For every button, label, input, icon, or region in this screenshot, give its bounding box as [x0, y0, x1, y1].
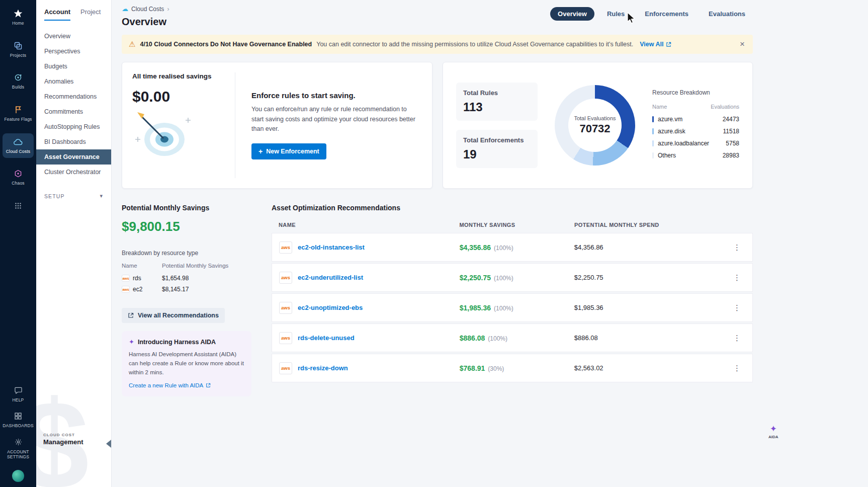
- sidebar-item-commitments[interactable]: Commitments: [36, 104, 111, 119]
- aws-icon: aws: [122, 286, 130, 293]
- table-row: aws ec2-old-instances-list $4,356.86(100…: [272, 233, 753, 262]
- aida-promo-card: ✦ Introducing Harness AIDA Harness AI De…: [122, 331, 251, 396]
- realised-savings-amount: $0.00: [132, 88, 233, 105]
- aida-sparkle-icon: ✦: [129, 338, 134, 346]
- nav-account-settings[interactable]: ACCOUNT SETTINGS: [3, 435, 34, 463]
- nav-builds-label: Builds: [12, 85, 24, 90]
- module-footer-kicker: CLOUD COST: [43, 433, 83, 437]
- tab-rules[interactable]: Rules: [599, 7, 632, 21]
- sidebar-item-recommendations[interactable]: Recommendations: [36, 89, 111, 104]
- total-rules-label: Total Rules: [463, 89, 531, 97]
- user-avatar[interactable]: [12, 470, 24, 482]
- recommendation-link[interactable]: ec2-old-instances-list: [298, 244, 365, 251]
- sidebar-item-anomalies[interactable]: Anomalies: [36, 74, 111, 89]
- total-enforcements-label: Total Enforcements: [463, 136, 531, 144]
- aida-fab-label: AIDA: [768, 435, 778, 439]
- sidebar-item-asset-governance[interactable]: Asset Governance: [36, 149, 111, 165]
- aws-icon: aws: [279, 241, 292, 254]
- nav-builds[interactable]: Builds: [3, 69, 34, 94]
- projects-icon: [14, 41, 22, 50]
- sidebar-item-perspectives[interactable]: Perspectives: [36, 44, 111, 59]
- donut-value: 70732: [579, 122, 610, 135]
- external-link-icon: [128, 312, 134, 318]
- nav-dashboards[interactable]: DASHBOARDS: [3, 409, 34, 432]
- feature-flags-icon: [15, 105, 22, 114]
- warning-icon: ⚠: [129, 40, 135, 49]
- potential-savings-panel: Potential Monthly Savings $9,800.15 Brea…: [122, 204, 251, 396]
- recommendation-link[interactable]: rds-resize-down: [298, 364, 348, 372]
- nav-chaos[interactable]: Chaos: [3, 165, 34, 190]
- aida-fab[interactable]: ✦ AIDA: [768, 425, 778, 439]
- page-tabs: Overview Rules Enforcements Evaluations: [550, 7, 753, 21]
- chaos-icon: [14, 169, 22, 178]
- cloud-costs-icon: [14, 137, 23, 146]
- breadcrumb-cloud-costs[interactable]: Cloud Costs: [131, 6, 164, 13]
- tab-overview[interactable]: Overview: [550, 7, 594, 21]
- resource-breakdown: Resource Breakdown Name Evaluations azur…: [652, 89, 739, 161]
- sidebar-item-cluster-orchestrator[interactable]: Cluster Orchestrator: [36, 165, 111, 180]
- tab-project[interactable]: Project: [80, 8, 101, 21]
- view-all-recommendations-button[interactable]: View all Recommendations: [122, 308, 225, 323]
- tab-account[interactable]: Account: [44, 8, 70, 21]
- new-enforcement-button[interactable]: + New Enforcement: [251, 143, 326, 159]
- module-nav: Home Projects Builds Feature Flags Cloud…: [0, 0, 36, 487]
- nav-home[interactable]: Home: [3, 5, 34, 30]
- breakdown-col-name: Name: [652, 104, 667, 110]
- potential-breakdown-label: Breakdown by resource type: [122, 250, 251, 257]
- nav-help[interactable]: HELP: [3, 383, 34, 406]
- table-row: aws rds-delete-unused $886.08(100%) $886…: [272, 323, 753, 352]
- sidebar-collapse-handle[interactable]: [106, 440, 111, 448]
- nav-projects-label: Projects: [10, 53, 26, 58]
- recommendation-link[interactable]: ec2-underutilized-list: [298, 274, 363, 281]
- module-switcher[interactable]: [3, 197, 34, 214]
- col-potential-spend: POTENTIAL MONTHLY SPEND: [574, 222, 701, 228]
- sidebar-item-budgets[interactable]: Budgets: [36, 59, 111, 74]
- nav-cloud-costs-label: Cloud Costs: [6, 149, 31, 154]
- view-all-link[interactable]: View All: [640, 41, 671, 48]
- page-header: ☁ Cloud Costs › Overview Overview Rules …: [122, 5, 753, 28]
- donut-label: Total Evaluations: [574, 115, 616, 121]
- nav-projects[interactable]: Projects: [3, 37, 34, 62]
- create-rule-with-aida-link[interactable]: Create a new Rule with AIDA: [129, 382, 211, 388]
- nav-feature-flags[interactable]: Feature Flags: [3, 101, 34, 126]
- nav-feature-flags-label: Feature Flags: [4, 117, 32, 122]
- banner-title: 4/10 Cloud Connectors Do Not Have Govern…: [140, 41, 312, 48]
- row-menu-icon[interactable]: ⋮: [729, 301, 745, 314]
- row-menu-icon[interactable]: ⋮: [729, 332, 745, 345]
- app-root: Home Projects Builds Feature Flags Cloud…: [0, 0, 868, 487]
- cloud-icon: ☁: [122, 5, 128, 13]
- table-row: aws rds-resize-down $768.91(30%) $2,563.…: [272, 354, 753, 382]
- sidebar-item-bi-dashboards[interactable]: BI Dashboards: [36, 134, 111, 149]
- potential-savings-title: Potential Monthly Savings: [122, 204, 251, 212]
- builds-icon: [14, 73, 22, 82]
- module-footer-name: Management: [43, 438, 83, 446]
- close-icon[interactable]: ×: [739, 39, 746, 49]
- evaluations-donut: Total Evaluations 70732: [555, 85, 635, 166]
- dashboards-icon: [15, 412, 22, 421]
- recommendations-header: NAME MONTHLY SAVINGS POTENTIAL MONTHLY S…: [272, 222, 753, 228]
- chat-bubble-icon: [15, 386, 22, 395]
- recommendation-link[interactable]: rds-delete-unused: [298, 334, 355, 342]
- external-link-icon: [666, 42, 671, 47]
- recommendation-link[interactable]: ec2-unoptimized-ebs: [298, 304, 363, 311]
- enforce-title: Enforce rules to start saving.: [251, 91, 418, 100]
- plus-icon: +: [258, 147, 263, 155]
- legend-swatch: [652, 116, 654, 122]
- row-menu-icon[interactable]: ⋮: [729, 241, 745, 254]
- table-row: aws ec2-unoptimized-ebs $1,985.36(100%) …: [272, 293, 753, 322]
- legend-swatch: [652, 128, 654, 134]
- nav-cloud-costs[interactable]: Cloud Costs: [3, 133, 34, 158]
- row-menu-icon[interactable]: ⋮: [729, 271, 745, 284]
- tab-enforcements[interactable]: Enforcements: [637, 7, 696, 21]
- governance-warning-banner: ⚠ 4/10 Cloud Connectors Do Not Have Gove…: [122, 35, 753, 54]
- setup-label: SETUP: [44, 193, 65, 199]
- sidebar-item-autostopping-rules[interactable]: AutoStopping Rules: [36, 119, 111, 134]
- sidebar-item-overview[interactable]: Overview: [36, 29, 111, 44]
- governance-stats-card: Total Rules 113 Total Enforcements 19 To…: [443, 62, 753, 189]
- aws-icon: aws: [279, 272, 292, 284]
- tab-evaluations[interactable]: Evaluations: [701, 7, 753, 21]
- setup-section-toggle[interactable]: SETUP ▾: [36, 188, 111, 204]
- external-link-icon: [206, 383, 211, 388]
- total-enforcements-value: 19: [463, 147, 531, 161]
- row-menu-icon[interactable]: ⋮: [729, 362, 745, 375]
